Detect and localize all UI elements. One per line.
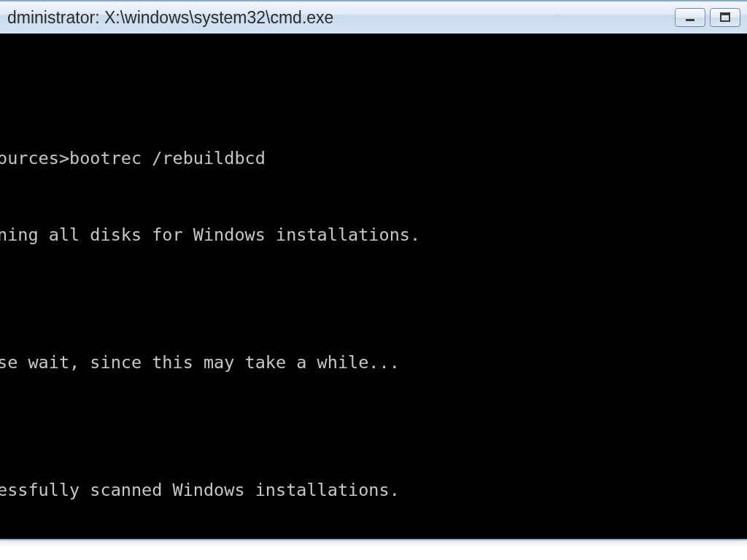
maximize-icon [719, 12, 731, 23]
minimize-icon [684, 13, 696, 22]
terminal-line: se wait, since this may take a while... [0, 350, 739, 376]
svg-rect-2 [721, 13, 729, 15]
terminal-line: essfully scanned Windows installations. [0, 478, 739, 503]
maximize-button[interactable] [710, 8, 740, 27]
minimize-button[interactable] [675, 8, 705, 27]
terminal-line: ning all disks for Windows installations… [0, 222, 739, 248]
svg-rect-0 [686, 19, 694, 21]
window-controls [675, 8, 740, 27]
window-title: dministrator: X:\windows\system32\cmd.ex… [7, 8, 675, 28]
terminal-line: ources>bootrec /rebuildbcd [0, 146, 739, 171]
titlebar[interactable]: dministrator: X:\windows\system32\cmd.ex… [0, 1, 747, 34]
terminal-area[interactable]: ources>bootrec /rebuildbcd ning all disk… [0, 34, 747, 539]
cmd-window: dministrator: X:\windows\system32\cmd.ex… [0, 0, 747, 540]
